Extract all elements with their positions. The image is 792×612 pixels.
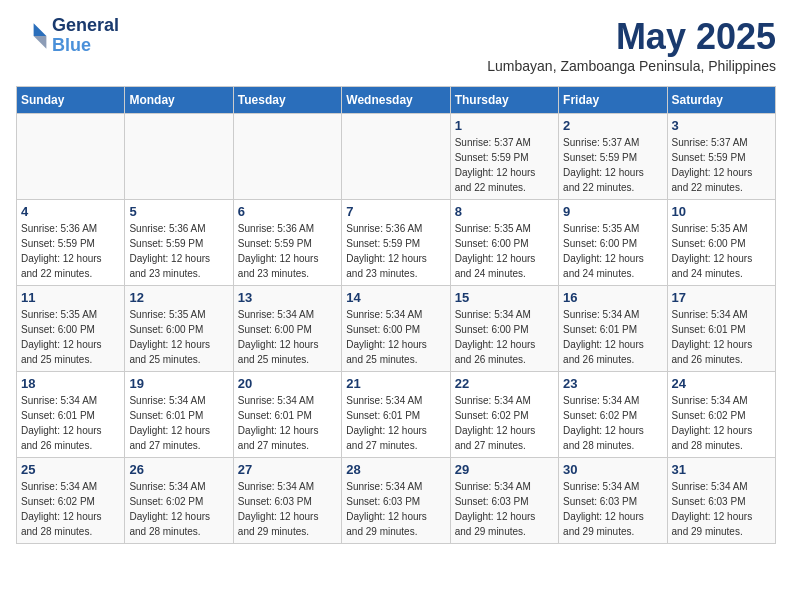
title-block: May 2025 Lumbayan, Zamboanga Peninsula, … (487, 16, 776, 82)
calendar-cell: 29Sunrise: 5:34 AM Sunset: 6:03 PM Dayli… (450, 458, 558, 544)
day-info: Sunrise: 5:37 AM Sunset: 5:59 PM Dayligh… (563, 135, 662, 195)
day-info: Sunrise: 5:34 AM Sunset: 6:01 PM Dayligh… (672, 307, 771, 367)
svg-marker-1 (34, 36, 47, 49)
calendar-cell: 10Sunrise: 5:35 AM Sunset: 6:00 PM Dayli… (667, 200, 775, 286)
calendar-cell: 22Sunrise: 5:34 AM Sunset: 6:02 PM Dayli… (450, 372, 558, 458)
day-info: Sunrise: 5:34 AM Sunset: 6:01 PM Dayligh… (563, 307, 662, 367)
calendar-cell (233, 114, 341, 200)
day-number: 11 (21, 290, 120, 305)
day-number: 28 (346, 462, 445, 477)
calendar-cell: 26Sunrise: 5:34 AM Sunset: 6:02 PM Dayli… (125, 458, 233, 544)
day-number: 18 (21, 376, 120, 391)
day-header-friday: Friday (559, 87, 667, 114)
day-info: Sunrise: 5:34 AM Sunset: 6:01 PM Dayligh… (21, 393, 120, 453)
calendar-cell: 20Sunrise: 5:34 AM Sunset: 6:01 PM Dayli… (233, 372, 341, 458)
day-info: Sunrise: 5:36 AM Sunset: 5:59 PM Dayligh… (346, 221, 445, 281)
calendar-table: SundayMondayTuesdayWednesdayThursdayFrid… (16, 86, 776, 544)
day-info: Sunrise: 5:34 AM Sunset: 6:00 PM Dayligh… (455, 307, 554, 367)
day-number: 8 (455, 204, 554, 219)
day-number: 6 (238, 204, 337, 219)
calendar-cell: 23Sunrise: 5:34 AM Sunset: 6:02 PM Dayli… (559, 372, 667, 458)
calendar-cell: 18Sunrise: 5:34 AM Sunset: 6:01 PM Dayli… (17, 372, 125, 458)
calendar-cell: 14Sunrise: 5:34 AM Sunset: 6:00 PM Dayli… (342, 286, 450, 372)
day-number: 12 (129, 290, 228, 305)
location-subtitle: Lumbayan, Zamboanga Peninsula, Philippin… (487, 58, 776, 74)
day-number: 15 (455, 290, 554, 305)
calendar-cell: 24Sunrise: 5:34 AM Sunset: 6:02 PM Dayli… (667, 372, 775, 458)
day-info: Sunrise: 5:36 AM Sunset: 5:59 PM Dayligh… (21, 221, 120, 281)
day-info: Sunrise: 5:35 AM Sunset: 6:00 PM Dayligh… (129, 307, 228, 367)
calendar-cell: 28Sunrise: 5:34 AM Sunset: 6:03 PM Dayli… (342, 458, 450, 544)
day-number: 17 (672, 290, 771, 305)
day-info: Sunrise: 5:34 AM Sunset: 6:02 PM Dayligh… (21, 479, 120, 539)
calendar-cell: 25Sunrise: 5:34 AM Sunset: 6:02 PM Dayli… (17, 458, 125, 544)
day-info: Sunrise: 5:34 AM Sunset: 6:00 PM Dayligh… (346, 307, 445, 367)
calendar-cell: 31Sunrise: 5:34 AM Sunset: 6:03 PM Dayli… (667, 458, 775, 544)
day-number: 25 (21, 462, 120, 477)
calendar-cell: 15Sunrise: 5:34 AM Sunset: 6:00 PM Dayli… (450, 286, 558, 372)
week-row-2: 4Sunrise: 5:36 AM Sunset: 5:59 PM Daylig… (17, 200, 776, 286)
logo: General Blue (16, 16, 119, 56)
day-info: Sunrise: 5:37 AM Sunset: 5:59 PM Dayligh… (455, 135, 554, 195)
day-number: 24 (672, 376, 771, 391)
calendar-cell: 9Sunrise: 5:35 AM Sunset: 6:00 PM Daylig… (559, 200, 667, 286)
header: General Blue May 2025 Lumbayan, Zamboang… (16, 16, 776, 82)
day-header-monday: Monday (125, 87, 233, 114)
day-number: 21 (346, 376, 445, 391)
day-info: Sunrise: 5:34 AM Sunset: 6:01 PM Dayligh… (129, 393, 228, 453)
day-number: 14 (346, 290, 445, 305)
calendar-cell (342, 114, 450, 200)
day-info: Sunrise: 5:35 AM Sunset: 6:00 PM Dayligh… (455, 221, 554, 281)
day-number: 1 (455, 118, 554, 133)
day-info: Sunrise: 5:34 AM Sunset: 6:02 PM Dayligh… (563, 393, 662, 453)
day-number: 20 (238, 376, 337, 391)
day-number: 5 (129, 204, 228, 219)
day-header-wednesday: Wednesday (342, 87, 450, 114)
day-info: Sunrise: 5:34 AM Sunset: 6:02 PM Dayligh… (455, 393, 554, 453)
day-number: 16 (563, 290, 662, 305)
day-number: 31 (672, 462, 771, 477)
calendar-cell: 19Sunrise: 5:34 AM Sunset: 6:01 PM Dayli… (125, 372, 233, 458)
day-info: Sunrise: 5:34 AM Sunset: 6:01 PM Dayligh… (346, 393, 445, 453)
day-number: 9 (563, 204, 662, 219)
calendar-cell: 12Sunrise: 5:35 AM Sunset: 6:00 PM Dayli… (125, 286, 233, 372)
day-info: Sunrise: 5:34 AM Sunset: 6:01 PM Dayligh… (238, 393, 337, 453)
week-row-1: 1Sunrise: 5:37 AM Sunset: 5:59 PM Daylig… (17, 114, 776, 200)
header-row: SundayMondayTuesdayWednesdayThursdayFrid… (17, 87, 776, 114)
day-info: Sunrise: 5:34 AM Sunset: 6:00 PM Dayligh… (238, 307, 337, 367)
month-title: May 2025 (487, 16, 776, 58)
day-info: Sunrise: 5:35 AM Sunset: 6:00 PM Dayligh… (563, 221, 662, 281)
week-row-4: 18Sunrise: 5:34 AM Sunset: 6:01 PM Dayli… (17, 372, 776, 458)
calendar-cell: 6Sunrise: 5:36 AM Sunset: 5:59 PM Daylig… (233, 200, 341, 286)
day-number: 13 (238, 290, 337, 305)
day-info: Sunrise: 5:34 AM Sunset: 6:02 PM Dayligh… (129, 479, 228, 539)
calendar-cell: 8Sunrise: 5:35 AM Sunset: 6:00 PM Daylig… (450, 200, 558, 286)
calendar-cell (17, 114, 125, 200)
week-row-5: 25Sunrise: 5:34 AM Sunset: 6:02 PM Dayli… (17, 458, 776, 544)
day-number: 10 (672, 204, 771, 219)
day-info: Sunrise: 5:34 AM Sunset: 6:02 PM Dayligh… (672, 393, 771, 453)
day-number: 19 (129, 376, 228, 391)
day-number: 27 (238, 462, 337, 477)
day-info: Sunrise: 5:34 AM Sunset: 6:03 PM Dayligh… (455, 479, 554, 539)
calendar-cell: 30Sunrise: 5:34 AM Sunset: 6:03 PM Dayli… (559, 458, 667, 544)
calendar-cell: 2Sunrise: 5:37 AM Sunset: 5:59 PM Daylig… (559, 114, 667, 200)
day-number: 29 (455, 462, 554, 477)
day-number: 23 (563, 376, 662, 391)
calendar-cell: 5Sunrise: 5:36 AM Sunset: 5:59 PM Daylig… (125, 200, 233, 286)
day-info: Sunrise: 5:37 AM Sunset: 5:59 PM Dayligh… (672, 135, 771, 195)
day-header-sunday: Sunday (17, 87, 125, 114)
day-number: 22 (455, 376, 554, 391)
day-number: 3 (672, 118, 771, 133)
calendar-cell: 11Sunrise: 5:35 AM Sunset: 6:00 PM Dayli… (17, 286, 125, 372)
day-number: 2 (563, 118, 662, 133)
day-info: Sunrise: 5:36 AM Sunset: 5:59 PM Dayligh… (238, 221, 337, 281)
calendar-cell: 3Sunrise: 5:37 AM Sunset: 5:59 PM Daylig… (667, 114, 775, 200)
logo-text: General Blue (52, 16, 119, 56)
day-info: Sunrise: 5:34 AM Sunset: 6:03 PM Dayligh… (672, 479, 771, 539)
calendar-cell: 7Sunrise: 5:36 AM Sunset: 5:59 PM Daylig… (342, 200, 450, 286)
calendar-cell: 4Sunrise: 5:36 AM Sunset: 5:59 PM Daylig… (17, 200, 125, 286)
day-info: Sunrise: 5:34 AM Sunset: 6:03 PM Dayligh… (238, 479, 337, 539)
day-info: Sunrise: 5:35 AM Sunset: 6:00 PM Dayligh… (21, 307, 120, 367)
day-header-thursday: Thursday (450, 87, 558, 114)
